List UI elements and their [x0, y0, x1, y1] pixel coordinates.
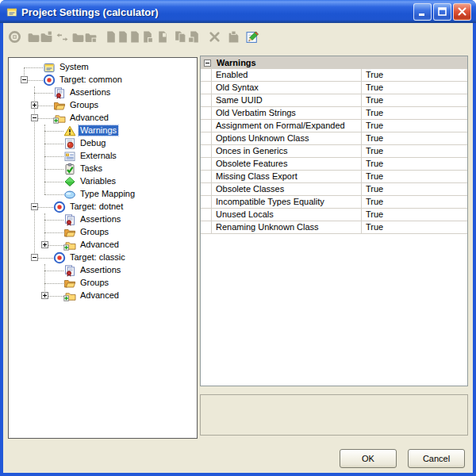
- minimize-button[interactable]: [413, 3, 432, 21]
- close-button[interactable]: [453, 3, 471, 21]
- target-icon: [53, 251, 66, 264]
- property-value[interactable]: True: [362, 183, 467, 195]
- property-value[interactable]: True: [362, 171, 467, 182]
- property-name[interactable]: Same UUID: [212, 94, 362, 106]
- edit-icon[interactable]: [246, 30, 259, 44]
- row-indent: [201, 196, 212, 208]
- property-value[interactable]: True: [362, 107, 467, 119]
- tree-connector: [34, 93, 53, 94]
- property-value[interactable]: True: [362, 69, 467, 81]
- tree-item-tasks[interactable]: Tasks: [9, 163, 197, 175]
- groups-icon: [63, 277, 76, 290]
- tree-item-label: Groups: [68, 100, 100, 110]
- expand-icon[interactable]: [31, 102, 38, 109]
- tree-item-warnings[interactable]: Warnings: [9, 125, 197, 137]
- row-indent: [201, 107, 212, 119]
- tree-item-type-mapping[interactable]: Type Mapping: [9, 188, 197, 201]
- tree-item-target-dotnet[interactable]: Target: dotnet: [9, 201, 197, 213]
- settings-tree[interactable]: SystemTarget: commonAssertionsGroupsAdva…: [8, 57, 198, 439]
- advanced-icon: [63, 290, 76, 302]
- document-flag-icon: [155, 30, 169, 44]
- property-row-renaming-unknown-class: Renaming Unknown ClassTrue: [201, 221, 467, 234]
- property-name[interactable]: Onces in Generics: [212, 145, 362, 157]
- copy-icon: [174, 30, 187, 44]
- ok-button[interactable]: OK: [340, 449, 397, 468]
- property-name[interactable]: Old Syntax: [212, 82, 362, 94]
- expand-icon[interactable]: [41, 241, 48, 248]
- tree-item-groups[interactable]: Groups: [9, 277, 197, 290]
- tree-item-externals[interactable]: Externals: [9, 150, 197, 163]
- tree-item-advanced[interactable]: Advanced: [9, 239, 197, 251]
- titlebar: Project Settings (calculator): [0, 0, 476, 23]
- copy-badge-icon: [187, 30, 201, 44]
- property-value[interactable]: True: [362, 120, 467, 132]
- property-value[interactable]: True: [362, 82, 467, 94]
- property-name[interactable]: Assignment on Formal/Expanded: [212, 120, 362, 132]
- collapse-icon[interactable]: [31, 203, 38, 210]
- tree-item-label: Variables: [79, 176, 117, 186]
- property-value[interactable]: True: [362, 221, 467, 233]
- tree-item-target-common[interactable]: Target: common: [9, 74, 197, 86]
- maximize-button[interactable]: [433, 3, 451, 21]
- property-value[interactable]: True: [362, 196, 467, 208]
- tree-item-system[interactable]: System: [9, 61, 197, 74]
- tree-item-label: Assertions: [68, 87, 112, 98]
- minimize-icon: [416, 6, 428, 17]
- grid-category-row[interactable]: Warnings: [201, 56, 467, 69]
- collapse-icon[interactable]: [21, 76, 28, 83]
- property-value[interactable]: True: [362, 209, 467, 221]
- tree-item-groups[interactable]: Groups: [9, 226, 197, 239]
- move-icon: [56, 30, 69, 44]
- row-indent: [201, 94, 212, 106]
- tree-item-label: Target: classic: [68, 252, 127, 263]
- collapse-icon[interactable]: [31, 114, 38, 121]
- tree-item-assertions[interactable]: Assertions: [9, 86, 197, 99]
- window-title: Project Settings (calculator): [21, 6, 413, 18]
- tree-item-assertions[interactable]: Assertions: [9, 264, 197, 277]
- groups-icon: [63, 226, 76, 239]
- tree-connector: [44, 156, 63, 158]
- tree-connector: [44, 144, 63, 145]
- collapse-icon[interactable]: [204, 60, 211, 67]
- property-value[interactable]: True: [362, 145, 467, 157]
- property-row-assignment-on-formal-expanded: Assignment on Formal/ExpandedTrue: [201, 120, 467, 132]
- property-name[interactable]: Obsolete Features: [212, 158, 362, 170]
- tree-item-advanced[interactable]: Advanced: [9, 290, 197, 302]
- property-name[interactable]: Incompatible Types Equality: [212, 196, 362, 208]
- project-settings-window: Project Settings (calculator) SystemTarg…: [0, 0, 476, 476]
- property-name[interactable]: Renaming Unknown Class: [212, 221, 362, 233]
- description-panel: [200, 394, 468, 436]
- tree-item-advanced[interactable]: Advanced: [9, 112, 197, 125]
- property-row-options-unknown-class: Options Unknown ClassTrue: [201, 132, 467, 145]
- target-icon: [43, 74, 56, 86]
- expand-icon[interactable]: [41, 292, 48, 299]
- property-name[interactable]: Enabled: [212, 69, 362, 81]
- tree-item-groups[interactable]: Groups: [9, 99, 197, 112]
- property-name[interactable]: Options Unknown Class: [212, 132, 362, 144]
- variables-icon: [63, 175, 76, 188]
- property-value[interactable]: True: [362, 132, 467, 144]
- tree-connector: [44, 271, 63, 272]
- cancel-button[interactable]: Cancel: [408, 449, 465, 468]
- tree-item-assertions[interactable]: Assertions: [9, 213, 197, 226]
- tree-item-target-classic[interactable]: Target: classic: [9, 251, 197, 264]
- property-name[interactable]: Missing Class Export: [212, 171, 362, 182]
- property-value[interactable]: True: [362, 158, 467, 170]
- tree-connector: [44, 220, 63, 221]
- maximize-icon: [436, 6, 448, 17]
- tree-item-variables[interactable]: Variables: [9, 175, 197, 188]
- property-name[interactable]: Obsolete Classes: [212, 183, 362, 195]
- property-name[interactable]: Unused Locals: [212, 209, 362, 221]
- collapse-icon[interactable]: [31, 254, 38, 261]
- tree-item-label: Externals: [79, 151, 118, 161]
- property-name[interactable]: Old Verbatim Strings: [212, 107, 362, 119]
- tree-item-debug[interactable]: Debug: [9, 137, 197, 150]
- property-grid[interactable]: Warnings EnabledTrueOld SyntaxTrueSame U…: [200, 56, 468, 386]
- property-row-onces-in-generics: Onces in GenericsTrue: [201, 145, 467, 158]
- tree-connector: [44, 182, 63, 183]
- advanced-icon: [53, 112, 66, 125]
- assertions-icon: [53, 86, 66, 99]
- property-value[interactable]: True: [362, 94, 467, 106]
- commit-icon: [227, 30, 240, 44]
- property-row-old-syntax: Old SyntaxTrue: [201, 82, 467, 94]
